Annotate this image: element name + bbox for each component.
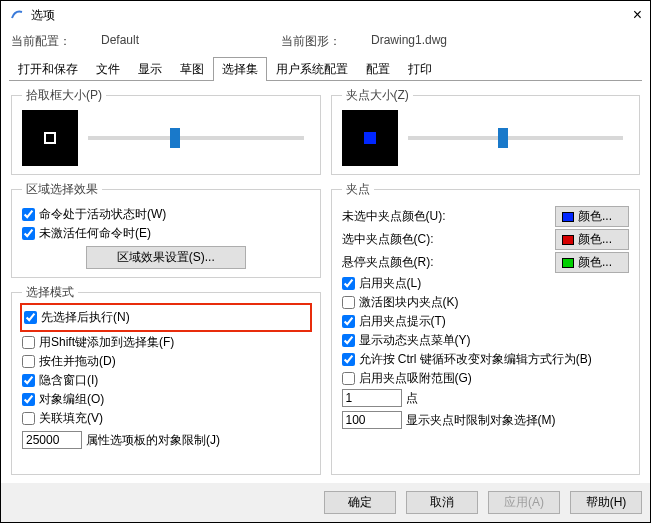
grip-color-row-0: 未选中夹点颜色(U):颜色... xyxy=(342,206,630,227)
pickbox-size-group: 拾取框大小(P) xyxy=(11,87,321,175)
cb-ctrl-label: 允许按 Ctrl 键循环改变对象编辑方式行为(B) xyxy=(359,351,592,368)
tab-3[interactable]: 草图 xyxy=(171,57,213,81)
cb-active-label: 命令处于活动状态时(W) xyxy=(39,206,166,223)
color-btn-text: 颜色... xyxy=(578,231,612,248)
tab-7[interactable]: 打印 xyxy=(399,57,441,81)
select-mode-legend: 选择模式 xyxy=(22,284,78,301)
cb-enable-grips[interactable]: 启用夹点(L) xyxy=(342,275,630,292)
grips-legend: 夹点 xyxy=(342,181,374,198)
tab-2[interactable]: 显示 xyxy=(129,57,171,81)
grip-color-row-1: 选中夹点颜色(C):颜色... xyxy=(342,229,630,250)
cb-blockgrip-label: 激活图块内夹点(K) xyxy=(359,294,459,311)
gripsize-legend: 夹点大小(Z) xyxy=(342,87,413,104)
highlight-box: 先选择后执行(N) xyxy=(20,303,312,332)
cb-active-command[interactable]: 命令处于活动状态时(W) xyxy=(22,206,310,223)
ok-button[interactable]: 确定 xyxy=(324,491,396,514)
close-icon[interactable]: × xyxy=(633,6,642,24)
cb-noactive-command[interactable]: 未激活任何命令时(E) xyxy=(22,225,310,242)
color-swatch-icon xyxy=(562,235,574,245)
cb-noactive-label: 未激活任何命令时(E) xyxy=(39,225,151,242)
pickbox-preview xyxy=(22,110,78,166)
cb-enable-label: 启用夹点(L) xyxy=(359,275,422,292)
snap-value-input[interactable] xyxy=(342,389,402,407)
cb-snaprange[interactable]: 启用夹点吸附范围(G) xyxy=(342,370,630,387)
cb-group[interactable]: 对象编组(O) xyxy=(22,391,310,408)
cb-implied[interactable]: 隐含窗口(I) xyxy=(22,372,310,389)
cb-pressdrag[interactable]: 按住并拖动(D) xyxy=(22,353,310,370)
current-config-label: 当前配置： xyxy=(11,33,101,50)
current-drawing-value: Drawing1.dwg xyxy=(371,33,551,50)
gripsize-group: 夹点大小(Z) xyxy=(331,87,641,175)
grip-color-label-0: 未选中夹点颜色(U): xyxy=(342,208,550,225)
cb-griptip[interactable]: 启用夹点提示(T) xyxy=(342,313,630,330)
grip-color-button-1[interactable]: 颜色... xyxy=(555,229,629,250)
tab-1[interactable]: 文件 xyxy=(87,57,129,81)
cb-pressdrag-label: 按住并拖动(D) xyxy=(39,353,116,370)
current-drawing-label: 当前图形： xyxy=(281,33,371,50)
select-mode-group: 选择模式 先选择后执行(N) 用Shift键添加到选择集(F) 按住并拖动(D)… xyxy=(11,284,321,475)
cb-group-label: 对象编组(O) xyxy=(39,391,104,408)
grip-color-button-2[interactable]: 颜色... xyxy=(555,252,629,273)
area-effect-legend: 区域选择效果 xyxy=(22,181,102,198)
cb-hatch-label: 关联填充(V) xyxy=(39,410,103,427)
tab-6[interactable]: 配置 xyxy=(357,57,399,81)
cb-hatch[interactable]: 关联填充(V) xyxy=(22,410,310,427)
grip-preview xyxy=(342,110,398,166)
grip-color-label-2: 悬停夹点颜色(R): xyxy=(342,254,550,271)
apply-button[interactable]: 应用(A) xyxy=(488,491,560,514)
area-effect-settings-button[interactable]: 区域效果设置(S)... xyxy=(86,246,246,269)
snap-unit-label: 点 xyxy=(406,390,418,407)
area-effect-group: 区域选择效果 命令处于活动状态时(W) 未激活任何命令时(E) 区域效果设置(S… xyxy=(11,181,321,278)
cb-preselect[interactable]: 先选择后执行(N) xyxy=(24,309,308,326)
tab-0[interactable]: 打开和保存 xyxy=(9,57,87,81)
grips-group: 夹点 未选中夹点颜色(U):颜色...选中夹点颜色(C):颜色...悬停夹点颜色… xyxy=(331,181,641,475)
grip-color-row-2: 悬停夹点颜色(R):颜色... xyxy=(342,252,630,273)
app-logo-icon xyxy=(9,7,25,23)
cb-snaprange-label: 启用夹点吸附范围(G) xyxy=(359,370,472,387)
pickbox-legend: 拾取框大小(P) xyxy=(22,87,106,104)
grip-color-label-1: 选中夹点颜色(C): xyxy=(342,231,550,248)
tab-5[interactable]: 用户系统配置 xyxy=(267,57,357,81)
grip-limit-input[interactable] xyxy=(342,411,402,429)
cb-shift-label: 用Shift键添加到选择集(F) xyxy=(39,334,174,351)
window-title: 选项 xyxy=(31,7,55,24)
color-swatch-icon xyxy=(562,212,574,222)
tab-4[interactable]: 选择集 xyxy=(213,57,267,81)
cb-ctrl[interactable]: 允许按 Ctrl 键循环改变对象编辑方式行为(B) xyxy=(342,351,630,368)
prop-limit-input[interactable] xyxy=(22,431,82,449)
help-button[interactable]: 帮助(H) xyxy=(570,491,642,514)
cb-shift[interactable]: 用Shift键添加到选择集(F) xyxy=(22,334,310,351)
grip-color-button-0[interactable]: 颜色... xyxy=(555,206,629,227)
cb-dynmenu[interactable]: 显示动态夹点菜单(Y) xyxy=(342,332,630,349)
current-config-value: Default xyxy=(101,33,281,50)
cb-implied-label: 隐含窗口(I) xyxy=(39,372,98,389)
cb-griptip-label: 启用夹点提示(T) xyxy=(359,313,446,330)
pickbox-slider[interactable] xyxy=(88,136,304,140)
cb-blockgrip[interactable]: 激活图块内夹点(K) xyxy=(342,294,630,311)
color-btn-text: 颜色... xyxy=(578,254,612,271)
color-btn-text: 颜色... xyxy=(578,208,612,225)
cancel-button[interactable]: 取消 xyxy=(406,491,478,514)
cb-preselect-label: 先选择后执行(N) xyxy=(41,309,130,326)
gripsize-slider[interactable] xyxy=(408,136,624,140)
color-swatch-icon xyxy=(562,258,574,268)
grip-limit-label: 显示夹点时限制对象选择(M) xyxy=(406,412,556,429)
prop-limit-label: 属性选项板的对象限制(J) xyxy=(86,432,220,449)
cb-dynmenu-label: 显示动态夹点菜单(Y) xyxy=(359,332,471,349)
